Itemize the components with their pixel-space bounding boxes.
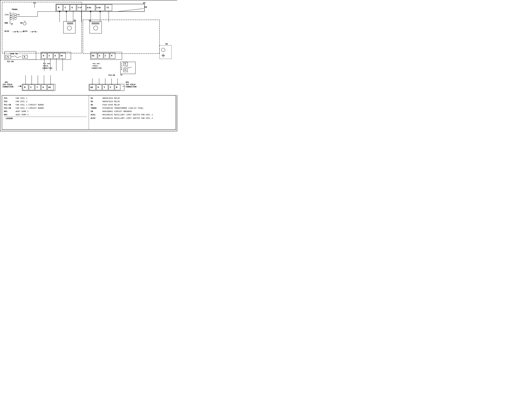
svg-text:O: O bbox=[42, 86, 44, 88]
legend-label-r1: HN65KJ016 RELAY bbox=[102, 97, 174, 100]
legend-label-r2: HN65KJ016 RELAY bbox=[102, 100, 174, 103]
svg-text:C: C bbox=[110, 86, 111, 88]
svg-text:Y/Y2: Y/Y2 bbox=[78, 7, 82, 9]
legend-row-trans: TRANS HT01BD236 TRANSFORMER (230/24 75VA… bbox=[91, 107, 174, 110]
svg-text:ALS2: ALS2 bbox=[5, 30, 9, 32]
legend-left-col: FC1 FAN COIL 1 FC2 FAN COIL 2 FC1-CB FAN… bbox=[2, 95, 89, 130]
svg-text:HP1: HP1 bbox=[5, 81, 8, 83]
legend-footer: LEGEND bbox=[4, 117, 87, 120]
svg-text:24V: 24V bbox=[16, 14, 20, 16]
legend-row-r2: R2 HN65KJ016 RELAY bbox=[91, 100, 174, 103]
legend-label-fc1cb: FAN COIL 1 CIRCUIT BOARD bbox=[15, 103, 87, 107]
svg-text:CONNECTION: CONNECTION bbox=[42, 67, 52, 69]
svg-text:R: R bbox=[58, 6, 59, 9]
legend-right-col: R1 HN65KJ016 RELAY R2 HN65KJ016 RELAY R3… bbox=[89, 95, 176, 130]
legend-row-fc1: FC1 FAN COIL 1 bbox=[4, 97, 87, 100]
svg-text:TRANS.: TRANS. bbox=[11, 8, 19, 11]
legend-code-fc1cb: FC1-CB bbox=[4, 103, 14, 107]
legend-code-hp1: HP1 bbox=[4, 110, 14, 113]
svg-text:ALS1: ALS1 bbox=[23, 30, 27, 32]
svg-text:R: R bbox=[24, 56, 25, 58]
svg-text:CONNECTION: CONNECTION bbox=[3, 86, 13, 88]
legend-row-r1: R1 HN65KJ016 RELAY bbox=[91, 97, 174, 100]
legend-label-hp1: HEAT PUMP 1 bbox=[15, 110, 87, 113]
svg-text:R: R bbox=[116, 86, 117, 88]
svg-text:R: R bbox=[111, 55, 112, 57]
legend-row-hp2: HP2 HEAT PUMP 2 bbox=[4, 113, 87, 117]
legend-code-fc2cb: FC2-CB bbox=[4, 107, 14, 110]
page: 12 TRANS. 230V 24V GND bbox=[0, 0, 177, 131]
legend-code-trans: TRANS bbox=[91, 107, 101, 110]
legend-label-fc2cb: FAN COIL 2 CIRCUIT BOARD bbox=[15, 107, 87, 110]
svg-text:C: C bbox=[30, 86, 32, 88]
svg-text:T1: T1 bbox=[124, 69, 127, 72]
svg-text:F: F bbox=[121, 63, 122, 65]
legend-label-r3: P283-0346 RELAY bbox=[102, 103, 174, 107]
svg-text:W2: W2 bbox=[91, 86, 93, 88]
svg-text:Y1: Y1 bbox=[106, 6, 109, 9]
legend-label-trans: HT01BD236 TRANSFORMER (230/24 75VA) bbox=[102, 107, 174, 110]
svg-text:FUSE 5A: FUSE 5A bbox=[10, 53, 18, 55]
svg-text:CONNECTION: CONNECTION bbox=[126, 86, 136, 88]
svg-text:G: G bbox=[99, 55, 100, 57]
svg-text:C: C bbox=[49, 55, 50, 57]
svg-text:24V FIELD: 24V FIELD bbox=[126, 84, 135, 86]
svg-text:22: 22 bbox=[143, 2, 145, 4]
svg-text:G: G bbox=[72, 6, 73, 9]
svg-point-174 bbox=[99, 11, 101, 12]
legend-label-cb: HH83ZB001 CIRCUIT BREAKER bbox=[102, 110, 174, 113]
svg-text:CONNECTION: CONNECTION bbox=[92, 67, 102, 69]
svg-text:FC2 24V: FC2 24V bbox=[93, 63, 100, 65]
svg-point-173 bbox=[90, 11, 91, 12]
legend-row-als2: ALS2 HH12HA142 AUXILLARY LIMIT SWITCH FA… bbox=[91, 117, 174, 120]
svg-text:230V: 230V bbox=[5, 14, 9, 16]
legend-code-hp2: HP2 bbox=[4, 113, 14, 117]
legend-label-als2: HH12HA142 AUXILLARY LIMIT SWITCH FAN COI… bbox=[102, 117, 174, 120]
svg-text:C: C bbox=[105, 55, 106, 57]
legend-row-fc1cb: FC1-CB FAN COIL 1 CIRCUIT BOARD bbox=[4, 103, 87, 107]
legend-row-fc2: FC2 FAN COIL 2 bbox=[4, 100, 87, 103]
svg-text:R: R bbox=[24, 86, 26, 88]
svg-text:R1: R1 bbox=[74, 20, 76, 22]
svg-text:W2: W2 bbox=[61, 55, 63, 57]
svg-text:Y: Y bbox=[104, 86, 105, 88]
legend-code-als1: ALS1 bbox=[91, 113, 101, 117]
svg-text:HP2: HP2 bbox=[126, 81, 129, 83]
svg-text:12: 12 bbox=[33, 2, 36, 4]
svg-text:O: O bbox=[98, 86, 99, 88]
svg-text:T1: T1 bbox=[7, 56, 9, 58]
legend-title: LEGEND bbox=[6, 117, 13, 120]
legend-code-fc1: FC1 bbox=[4, 97, 14, 100]
legend-code-als2: ALS2 bbox=[91, 117, 101, 120]
svg-text:FIELD: FIELD bbox=[93, 65, 98, 67]
svg-text:R3: R3 bbox=[165, 43, 168, 45]
wiring-diagram: 12 TRANS. 230V 24V GND bbox=[0, 0, 177, 95]
svg-text:U: U bbox=[121, 65, 122, 67]
svg-rect-0 bbox=[0, 0, 177, 95]
svg-text:R: R bbox=[125, 63, 126, 65]
svg-text:FC1-CB: FC1-CB bbox=[7, 61, 14, 63]
legend-row-als1: ALS1 HH12HA142 AUXILLARY LIMIT SWITCH FA… bbox=[91, 113, 174, 117]
legend-row-r3: R3 P283-0346 RELAY bbox=[91, 103, 174, 107]
svg-text:R: R bbox=[43, 55, 44, 57]
svg-text:Y: Y bbox=[36, 86, 38, 88]
legend-row-hp1: HP1 HEAT PUMP 1 bbox=[4, 110, 87, 113]
legend-code-r1: R1 bbox=[91, 97, 101, 100]
legend-table: FC1 FAN COIL 1 FC2 FAN COIL 2 FC1-CB FAN… bbox=[2, 95, 176, 130]
svg-text:C: C bbox=[65, 6, 66, 9]
svg-text:FC2-CB: FC2-CB bbox=[108, 74, 115, 76]
legend-label-als1: HH12HA142 AUXILLARY LIMIT SWITCH FAN COI… bbox=[102, 113, 174, 117]
legend-row-cb: CB HH83ZB001 CIRCUIT BREAKER bbox=[91, 110, 174, 113]
svg-text:24V FIELD: 24V FIELD bbox=[3, 84, 12, 86]
svg-text:W2: W2 bbox=[92, 55, 94, 57]
legend-label-hp2: HEAT PUMP 2 bbox=[15, 113, 87, 117]
svg-text:GND: GND bbox=[5, 22, 8, 24]
svg-text:W/W1: W/W1 bbox=[87, 7, 91, 9]
svg-text:W2: W2 bbox=[48, 86, 51, 88]
legend-code-r2: R2 bbox=[91, 100, 101, 103]
svg-text:FC1 24V: FC1 24V bbox=[43, 63, 50, 65]
svg-text:CB: CB bbox=[20, 22, 22, 24]
legend-label-fc2: FAN COIL 2 bbox=[15, 100, 87, 103]
svg-point-171 bbox=[59, 11, 60, 12]
svg-text:E: E bbox=[121, 69, 122, 70]
